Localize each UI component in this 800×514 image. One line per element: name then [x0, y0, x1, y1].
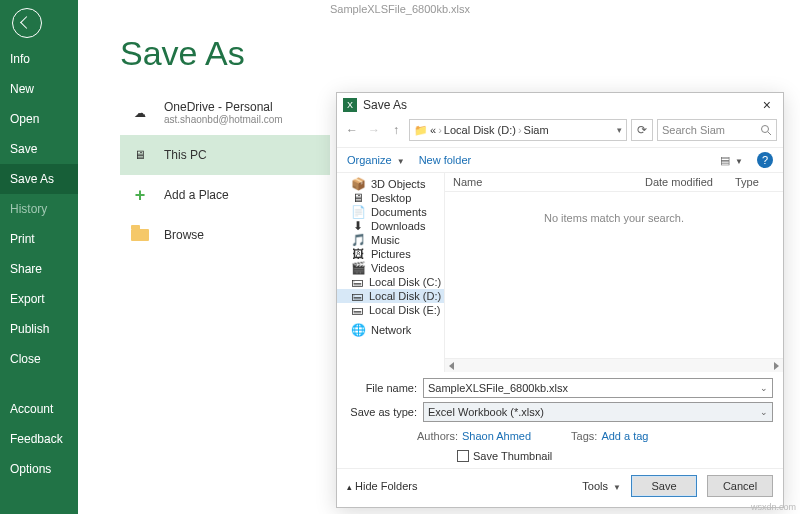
- save-button[interactable]: Save: [631, 475, 697, 497]
- crumb-1[interactable]: Local Disk (D:): [444, 124, 516, 136]
- col-date[interactable]: Date modified: [645, 176, 735, 188]
- tree-item-icon: 🖥: [351, 192, 365, 204]
- tree-item-icon: 🖼: [351, 248, 365, 260]
- chevron-down-icon[interactable]: ⌄: [760, 383, 768, 393]
- tree-item-videos[interactable]: 🎬Videos: [337, 261, 444, 275]
- authors-label: Authors:: [417, 430, 458, 442]
- sidebar-item-publish[interactable]: Publish: [0, 314, 78, 344]
- help-icon[interactable]: ?: [757, 152, 773, 168]
- sidebar-menu: InfoNewOpenSaveSave AsHistoryPrintShareE…: [0, 44, 78, 374]
- sidebar-item-print[interactable]: Print: [0, 224, 78, 254]
- place-sub: ast.shaonbd@hotmail.com: [164, 114, 283, 125]
- tree-item-icon: 🌐: [351, 324, 365, 336]
- sidebar-item-save[interactable]: Save: [0, 134, 78, 164]
- tree-item-label: Local Disk (C:): [369, 276, 441, 288]
- folder-tree: 📦3D Objects🖥Desktop📄Documents⬇Downloads🎵…: [337, 173, 445, 372]
- tree-item-icon: 📦: [351, 178, 365, 190]
- file-list-pane: Name Date modified Type No items match y…: [445, 173, 783, 372]
- nav-fwd-icon[interactable]: →: [365, 123, 383, 137]
- dialog-titlebar: X Save As ×: [337, 93, 783, 117]
- tools-menu[interactable]: Tools ▼: [582, 480, 621, 492]
- sidebar-item-export[interactable]: Export: [0, 284, 78, 314]
- authors-value[interactable]: Shaon Ahmed: [462, 430, 531, 442]
- sidebar-item-options[interactable]: Options: [0, 454, 78, 484]
- tree-item-label: Videos: [371, 262, 404, 274]
- tree-item-local-disk-d-[interactable]: 🖴Local Disk (D:): [337, 289, 444, 303]
- breadcrumb[interactable]: 📁 « › Local Disk (D:) › Siam ▾: [409, 119, 627, 141]
- tree-item-local-disk-c-[interactable]: 🖴Local Disk (C:): [337, 275, 444, 289]
- back-button[interactable]: [12, 8, 42, 38]
- sidebar-item-share[interactable]: Share: [0, 254, 78, 284]
- search-placeholder: Search Siam: [662, 124, 725, 136]
- file-meta: Authors:Shaon Ahmed Tags:Add a tag: [337, 428, 783, 444]
- tree-item-label: Local Disk (D:): [369, 290, 441, 302]
- close-icon[interactable]: ×: [757, 97, 777, 113]
- crumb-root[interactable]: «: [430, 124, 436, 136]
- chevron-down-icon[interactable]: ⌄: [760, 407, 768, 417]
- tree-item-label: Documents: [371, 206, 427, 218]
- backstage-sidebar: InfoNewOpenSaveSave AsHistoryPrintShareE…: [0, 0, 78, 514]
- tree-item-pictures[interactable]: 🖼Pictures: [337, 247, 444, 261]
- tree-item-label: Downloads: [371, 220, 425, 232]
- tree-item-downloads[interactable]: ⬇Downloads: [337, 219, 444, 233]
- place-this-pc[interactable]: 🖥This PC: [120, 135, 330, 175]
- window-title: SampleXLSFile_6800kb.xlsx: [0, 0, 800, 18]
- save-thumbnail-label: Save Thumbnail: [473, 450, 552, 462]
- sidebar-item-feedback[interactable]: Feedback: [0, 424, 78, 454]
- tree-item-desktop[interactable]: 🖥Desktop: [337, 191, 444, 205]
- sidebar-item-close[interactable]: Close: [0, 344, 78, 374]
- tree-item-icon: 🎵: [351, 234, 365, 246]
- organize-menu[interactable]: Organize ▼: [347, 154, 405, 166]
- tree-item-label: Network: [371, 324, 411, 336]
- nav-back-icon[interactable]: ←: [343, 123, 361, 137]
- saveastype-select[interactable]: Excel Workbook (*.xlsx)⌄: [423, 402, 773, 422]
- place-onedrive-personal[interactable]: ☁OneDrive - Personalast.shaonbd@hotmail.…: [120, 90, 330, 135]
- sidebar-item-history[interactable]: History: [0, 194, 78, 224]
- tree-item-icon: ⬇: [351, 220, 365, 232]
- save-places-list: ☁OneDrive - Personalast.shaonbd@hotmail.…: [120, 90, 330, 255]
- tree-item-network[interactable]: 🌐Network: [337, 323, 444, 337]
- place-browse[interactable]: Browse: [120, 215, 330, 255]
- save-thumbnail-checkbox[interactable]: [457, 450, 469, 462]
- nav-up-icon[interactable]: ↑: [387, 123, 405, 137]
- crumb-2[interactable]: Siam: [524, 124, 549, 136]
- save-as-dialog: X Save As × ← → ↑ 📁 « › Local Disk (D:) …: [336, 92, 784, 508]
- place-add-a-place[interactable]: +Add a Place: [120, 175, 330, 215]
- hide-folders-toggle[interactable]: ▴ Hide Folders: [347, 480, 417, 492]
- chevron-down-icon[interactable]: ▾: [617, 125, 622, 135]
- cancel-button[interactable]: Cancel: [707, 475, 773, 497]
- chevron-up-icon: ▴: [347, 482, 352, 492]
- tree-item-label: Pictures: [371, 248, 411, 260]
- tree-item-icon: 🖴: [351, 290, 363, 302]
- search-icon: [760, 124, 772, 136]
- sidebar-item-account[interactable]: Account: [0, 394, 78, 424]
- tree-item-music[interactable]: 🎵Music: [337, 233, 444, 247]
- sidebar-footer: AccountFeedbackOptions: [0, 394, 78, 484]
- search-input[interactable]: Search Siam: [657, 119, 777, 141]
- onedrive-icon: ☁: [128, 103, 152, 123]
- thispc-icon: 🖥: [128, 145, 152, 165]
- dialog-title: Save As: [363, 98, 407, 112]
- tree-item-documents[interactable]: 📄Documents: [337, 205, 444, 219]
- new-folder-button[interactable]: New folder: [419, 154, 472, 166]
- sidebar-item-open[interactable]: Open: [0, 104, 78, 134]
- view-menu-icon[interactable]: ▤ ▼: [720, 154, 743, 167]
- sidebar-item-new[interactable]: New: [0, 74, 78, 104]
- file-list-header: Name Date modified Type: [445, 173, 783, 192]
- tree-item-icon: 🖴: [351, 276, 363, 288]
- dialog-nav: ← → ↑ 📁 « › Local Disk (D:) › Siam ▾ ⟳ S…: [337, 117, 783, 147]
- horizontal-scrollbar[interactable]: [445, 358, 783, 372]
- tree-item--d-objects[interactable]: 📦3D Objects: [337, 177, 444, 191]
- place-title: Add a Place: [164, 188, 229, 202]
- excel-icon: X: [343, 98, 357, 112]
- refresh-icon[interactable]: ⟳: [631, 119, 653, 141]
- col-name[interactable]: Name: [453, 176, 645, 188]
- sidebar-item-save-as[interactable]: Save As: [0, 164, 78, 194]
- tree-item-local-disk-e-[interactable]: 🖴Local Disk (E:): [337, 303, 444, 317]
- folder-icon: 📁: [414, 124, 428, 137]
- tags-value[interactable]: Add a tag: [601, 430, 648, 442]
- filename-input[interactable]: SampleXLSFile_6800kb.xlsx⌄: [423, 378, 773, 398]
- col-type[interactable]: Type: [735, 176, 775, 188]
- filename-label: File name:: [347, 382, 417, 394]
- sidebar-item-info[interactable]: Info: [0, 44, 78, 74]
